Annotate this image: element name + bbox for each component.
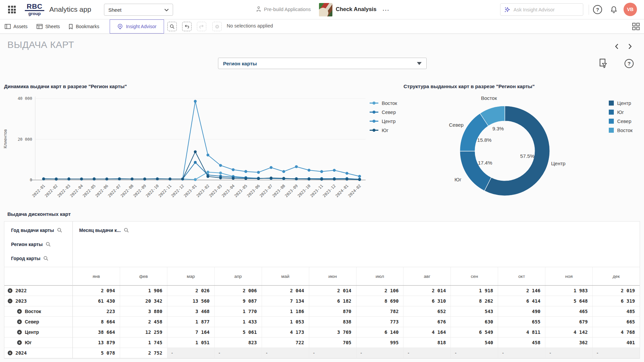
pivot-month-header[interactable]: сен bbox=[450, 267, 498, 285]
filter-pane-icon[interactable] bbox=[598, 58, 608, 70]
search-icon[interactable] bbox=[46, 242, 51, 247]
step-back-selection-button[interactable] bbox=[182, 22, 192, 31]
pivot-month-header[interactable]: июл bbox=[356, 267, 404, 285]
data-point[interactable] bbox=[245, 177, 248, 180]
notifications-bell-icon[interactable] bbox=[609, 5, 618, 15]
previous-sheet-button[interactable] bbox=[614, 43, 619, 51]
pivot-row-header-Юг[interactable]: +Юг bbox=[4, 338, 72, 348]
pivot-row-header-2022[interactable]: +2022 bbox=[4, 286, 72, 296]
data-point[interactable] bbox=[105, 178, 108, 181]
line-series-Юг[interactable] bbox=[44, 152, 360, 180]
data-point[interactable] bbox=[80, 178, 83, 181]
line-chart[interactable]: 020 00040 000Клиентов2022-012022-022022-… bbox=[0, 80, 379, 208]
pivot-month-header[interactable]: апр bbox=[214, 267, 262, 285]
app-launcher-icon[interactable] bbox=[8, 6, 16, 13]
data-point[interactable] bbox=[282, 170, 285, 173]
search-icon[interactable] bbox=[43, 256, 49, 261]
pivot-month-header[interactable]: авг bbox=[403, 267, 450, 285]
dimension-year[interactable]: Год выдачи карты bbox=[11, 228, 62, 233]
pivot-month-header[interactable]: окт bbox=[498, 267, 545, 285]
legend-item-Восток[interactable]: Восток bbox=[609, 126, 633, 135]
user-avatar[interactable]: VB bbox=[624, 3, 637, 16]
data-point[interactable] bbox=[308, 178, 311, 181]
clear-selections-button[interactable] bbox=[212, 22, 222, 31]
data-point[interactable] bbox=[345, 172, 348, 175]
pivot-row-header-2023[interactable]: −2023 bbox=[4, 296, 72, 306]
data-point[interactable] bbox=[333, 169, 336, 172]
data-point[interactable] bbox=[257, 177, 260, 180]
legend-item-Центр[interactable]: Центр bbox=[609, 99, 633, 108]
tab-sheets[interactable]: Sheets bbox=[37, 19, 60, 34]
data-point[interactable] bbox=[207, 171, 210, 174]
data-point[interactable] bbox=[219, 172, 222, 175]
data-point[interactable] bbox=[130, 178, 133, 181]
next-sheet-button[interactable] bbox=[628, 43, 632, 51]
insight-advisor-search[interactable]: Ask Insight Advisor bbox=[500, 3, 583, 16]
legend-item-Центр[interactable]: Центр bbox=[370, 117, 397, 126]
data-point[interactable] bbox=[282, 177, 285, 180]
pivot-row-header-Центр[interactable]: +Центр bbox=[4, 327, 72, 337]
data-point[interactable] bbox=[194, 150, 197, 153]
data-point[interactable] bbox=[156, 177, 159, 180]
legend-item-Юг[interactable]: Юг bbox=[370, 126, 397, 135]
data-point[interactable] bbox=[245, 170, 248, 173]
data-point[interactable] bbox=[42, 178, 45, 181]
more-options-button[interactable]: … bbox=[382, 4, 390, 13]
data-point[interactable] bbox=[320, 178, 323, 181]
legend-item-Юг[interactable]: Юг bbox=[609, 108, 633, 117]
sheet-selector[interactable]: Sheet bbox=[104, 4, 173, 16]
data-point[interactable] bbox=[232, 168, 235, 171]
search-selections-button[interactable] bbox=[167, 22, 177, 31]
prebuild-applications-label[interactable]: Pre-build Applications bbox=[264, 7, 311, 12]
data-point[interactable] bbox=[358, 178, 361, 181]
donut-slice-Юг[interactable] bbox=[460, 151, 491, 191]
region-filter-dropdown[interactable]: Регион карты bbox=[218, 58, 427, 69]
data-point[interactable] bbox=[345, 178, 348, 181]
data-point[interactable] bbox=[118, 177, 121, 180]
expand-icon[interactable]: + bbox=[17, 309, 22, 314]
pivot-month-header[interactable]: июн bbox=[309, 267, 356, 285]
data-point[interactable] bbox=[232, 177, 235, 180]
data-point[interactable] bbox=[333, 178, 336, 181]
line-series-Центр[interactable] bbox=[44, 101, 360, 179]
data-point[interactable] bbox=[181, 178, 184, 181]
expand-icon[interactable]: + bbox=[8, 288, 12, 293]
dimension-city[interactable]: Город карты bbox=[11, 256, 49, 261]
current-app-name[interactable]: Check Analysis bbox=[336, 6, 376, 12]
tab-assets[interactable]: Assets bbox=[5, 19, 28, 34]
insight-advisor-button[interactable]: Insight Advisor bbox=[110, 19, 164, 34]
data-point[interactable] bbox=[257, 171, 260, 174]
pivot-month-header[interactable]: дек bbox=[592, 267, 640, 285]
data-point[interactable] bbox=[320, 170, 323, 173]
dimension-region[interactable]: Регион карты bbox=[11, 242, 51, 247]
donut-chart[interactable]: Центр57.5%Юг17.4%Север15.8%Восток9.3% bbox=[436, 88, 594, 206]
data-point[interactable] bbox=[93, 178, 96, 181]
data-point[interactable] bbox=[270, 166, 273, 169]
pivot-month-header[interactable]: фев bbox=[120, 267, 167, 285]
sheet-layout-icon[interactable] bbox=[632, 22, 640, 32]
pivot-month-header[interactable]: май bbox=[262, 267, 309, 285]
search-icon[interactable] bbox=[124, 228, 129, 233]
pivot-row-header-Восток[interactable]: +Восток bbox=[4, 306, 72, 316]
expand-icon[interactable]: + bbox=[17, 340, 22, 345]
data-point[interactable] bbox=[194, 178, 197, 181]
data-point[interactable] bbox=[219, 176, 222, 179]
data-point[interactable] bbox=[194, 161, 197, 164]
data-point[interactable] bbox=[270, 177, 273, 180]
sheet-help-button[interactable]: ? bbox=[625, 59, 634, 68]
expand-icon[interactable]: + bbox=[17, 319, 22, 324]
data-point[interactable] bbox=[358, 175, 361, 178]
pivot-month-header[interactable]: мар bbox=[167, 267, 214, 285]
pivot-month-header[interactable]: ноя bbox=[545, 267, 592, 285]
pivot-row-header-2024[interactable]: +2024 bbox=[4, 348, 72, 358]
pivot-row-header-Север[interactable]: +Север bbox=[4, 317, 72, 327]
dimension-month[interactable]: Месяц выдачи к... bbox=[79, 228, 129, 233]
data-point[interactable] bbox=[295, 177, 298, 180]
data-point[interactable] bbox=[219, 164, 222, 167]
data-point[interactable] bbox=[143, 178, 146, 181]
data-point[interactable] bbox=[207, 154, 210, 157]
app-thumbnail[interactable] bbox=[319, 3, 332, 16]
tab-bookmarks[interactable]: Bookmarks bbox=[68, 19, 99, 34]
expand-icon[interactable]: + bbox=[8, 351, 12, 355]
data-point[interactable] bbox=[194, 100, 197, 103]
